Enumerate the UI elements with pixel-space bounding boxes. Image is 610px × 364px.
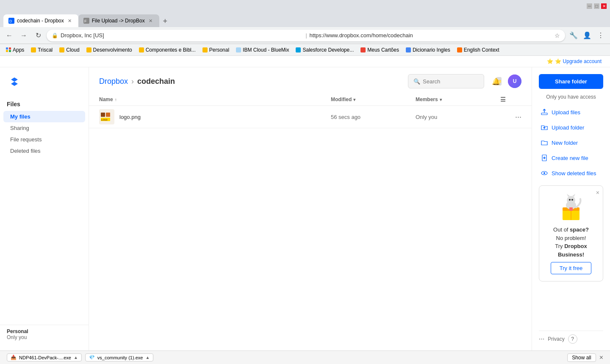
new-folder-action[interactable]: New folder: [539, 135, 603, 150]
sidebar-item-file-requests[interactable]: File requests: [3, 134, 85, 145]
bookmark-componentes-label: Componentes e Bibl...: [146, 47, 196, 53]
upload-files-label: Upload files: [552, 109, 580, 116]
maximize-button[interactable]: □: [594, 3, 599, 9]
bookmark-ibm[interactable]: IBM Cloud - BlueMix: [233, 46, 291, 54]
bookmark-icon-dicionario: [406, 47, 411, 52]
col-header-modified[interactable]: Modified ▾: [331, 97, 416, 102]
app-content: ⭐ ⭐ Upgrade account Files My files: [0, 56, 610, 350]
new-tab-button[interactable]: +: [159, 15, 171, 27]
col-name-sort: ↑: [115, 97, 117, 102]
search-box[interactable]: 🔍 📁: [408, 74, 484, 88]
table-row[interactable]: LOGO logo.png 56 secs ago Only you ···: [89, 106, 532, 128]
star-icon[interactable]: ☆: [555, 32, 560, 39]
tab-close-fileupload[interactable]: ✕: [147, 17, 154, 24]
download-label-2: vs_community (1).exe: [97, 355, 143, 360]
bookmark-cloud[interactable]: Cloud: [57, 46, 82, 54]
download-item-2[interactable]: 💎 vs_community (1).exe ▲: [85, 353, 154, 361]
sidebar-account[interactable]: Personal Only you: [7, 328, 82, 340]
tab-close-codechain[interactable]: ✕: [67, 17, 73, 24]
upload-folder-label: Upload folder: [552, 124, 584, 131]
sidebar-files-label: Files: [0, 99, 89, 111]
sidebar-item-sharing[interactable]: Sharing: [3, 122, 85, 134]
bookmark-dicionario[interactable]: Dicionario Ingles: [403, 46, 453, 54]
bookmark-cloud-label: Cloud: [66, 47, 79, 53]
svg-rect-8: [106, 113, 110, 117]
star-upgrade-icon: ⭐: [547, 58, 553, 64]
notifications-button[interactable]: 🔔: [489, 74, 503, 88]
upload-folder-action[interactable]: Upload folder: [539, 120, 603, 135]
right-panel: Share folder Only you have access Upload…: [532, 67, 610, 350]
try-free-button[interactable]: Try it free: [551, 262, 591, 274]
bookmark-triscal-label: Triscal: [38, 47, 53, 53]
tab-codechain[interactable]: D codechain - Dropbox ✕: [3, 14, 78, 27]
download-label-1: NDP461-DevPack-....exe: [19, 355, 71, 360]
upload-files-action[interactable]: Upload files: [539, 105, 603, 119]
col-header-members[interactable]: Members ▾: [416, 97, 500, 102]
bookmark-meus-cartoes[interactable]: Meus Cartões: [358, 46, 402, 54]
show-deleted-files-icon: [541, 169, 548, 177]
bookmark-componentes[interactable]: Componentes e Bibl...: [136, 46, 198, 54]
sidebar-logo[interactable]: [0, 74, 89, 99]
svg-rect-11: [541, 113, 547, 115]
footer-right: Show all ×: [567, 353, 603, 362]
share-folder-button[interactable]: Share folder: [539, 74, 603, 89]
address-bar-row: ← → ↻ 🔒 Dropbox, Inc [US] | https://www.…: [0, 27, 610, 44]
svg-point-27: [571, 199, 573, 201]
download-item-1[interactable]: 📥 NDP461-DevPack-....exe ▲: [7, 353, 82, 361]
sidebar-item-deleted-files[interactable]: Deleted files: [3, 145, 85, 157]
svg-rect-28: [569, 207, 573, 211]
bookmark-desenvolvimento-label: Desenvolvimento: [93, 47, 132, 53]
reload-button[interactable]: ↻: [32, 30, 44, 41]
profile-button[interactable]: 👤: [581, 30, 593, 41]
sidebar-nav: My files Sharing File requests Deleted f…: [0, 111, 89, 325]
file-browser: Dropbox › codechain 🔍 📁 🔔: [89, 67, 532, 350]
forward-button[interactable]: →: [18, 30, 30, 41]
new-folder-icon: [541, 139, 548, 146]
file-thumb-image: LOGO: [99, 109, 114, 124]
breadcrumb-parent[interactable]: Dropbox: [99, 77, 128, 86]
menu-button[interactable]: ⋮: [595, 30, 607, 41]
minimize-button[interactable]: ─: [587, 3, 592, 9]
upgrade-link[interactable]: ⭐ ⭐ Upgrade account: [547, 58, 602, 64]
bookmark-triscal[interactable]: Triscal: [28, 46, 55, 54]
close-button[interactable]: ✕: [601, 3, 607, 9]
file-more-button[interactable]: ···: [515, 113, 521, 121]
panel-more-button[interactable]: ···: [539, 335, 544, 343]
search-input[interactable]: [423, 78, 494, 85]
tab-fileupload[interactable]: F File Upload -> DropBox ✕: [78, 14, 159, 27]
svg-rect-4: [7, 74, 22, 89]
sidebar-item-my-files[interactable]: My files: [3, 111, 85, 122]
upgrade-banner: ⭐ ⭐ Upgrade account: [0, 56, 610, 67]
bookmark-personal[interactable]: Personal: [200, 46, 232, 54]
col-header-name[interactable]: Name ↑: [99, 97, 331, 102]
bookmark-apps[interactable]: Apps: [3, 46, 27, 54]
create-new-file-label: Create new file: [552, 155, 588, 161]
bookmark-icon-salesforce: [296, 47, 301, 52]
bookmark-icon-english-context: [457, 47, 462, 52]
show-deleted-files-action[interactable]: Show deleted files: [539, 166, 603, 180]
download-expand-2[interactable]: ▲: [145, 355, 150, 360]
address-bar[interactable]: 🔒 Dropbox, Inc [US] | https://www.dropbo…: [47, 30, 565, 41]
action-list: Upload files Upload folder: [539, 105, 603, 180]
promo-close-button[interactable]: ×: [596, 189, 599, 196]
bookmark-salesforce[interactable]: Salesforce Develope...: [293, 46, 356, 54]
close-downloads-button[interactable]: ×: [599, 354, 603, 361]
bookmark-salesforce-label: Salesforce Develope...: [302, 47, 354, 53]
create-new-file-action[interactable]: Create new file: [539, 151, 603, 165]
extensions-button[interactable]: 🔧: [568, 30, 580, 41]
sidebar-account-sublabel: Only you: [7, 334, 82, 340]
bookmark-desenvolvimento[interactable]: Desenvolvimento: [84, 46, 135, 54]
bookmark-english-context[interactable]: English Context: [455, 46, 502, 54]
back-button[interactable]: ←: [3, 30, 15, 41]
download-expand-1[interactable]: ▲: [74, 355, 78, 360]
user-avatar[interactable]: U: [508, 74, 521, 88]
help-button[interactable]: ?: [568, 334, 577, 344]
privacy-link[interactable]: Privacy: [548, 336, 564, 342]
view-toggle-icon[interactable]: ☰: [500, 96, 506, 103]
bookmark-icon-meus-cartoes: [360, 47, 366, 52]
bookmarks-bar: Apps Triscal Cloud Desenvolvimento Compo…: [0, 44, 610, 56]
show-all-button[interactable]: Show all: [567, 353, 596, 362]
table-header: Name ↑ Modified ▾ Members ▾ ☰: [89, 94, 532, 106]
bookmark-english-context-label: English Context: [464, 47, 499, 53]
breadcrumb-current: codechain: [137, 77, 175, 86]
